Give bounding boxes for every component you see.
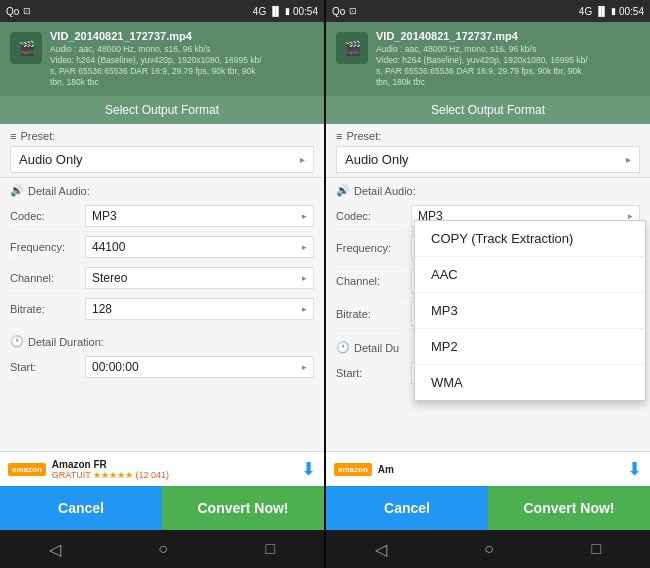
ad-text-left: Amazon FR GRATUIT ★★★★★ (12 041) xyxy=(52,459,295,480)
bottom-buttons-right: Cancel Convert Now! xyxy=(326,486,650,530)
status-time-right: 00:54 xyxy=(619,6,644,17)
start-label-right: Start: xyxy=(336,367,411,379)
detail-duration-header-left: 🕐 Detail Duration: xyxy=(10,335,314,348)
signal-icon-right: ▐▌ xyxy=(595,6,608,16)
bitrate-row-left: Bitrate: 128 ▸ xyxy=(10,294,314,325)
back-icon-left[interactable]: ◁ xyxy=(49,540,61,559)
ad-text-right: Am xyxy=(378,464,621,475)
file-name-right: VID_20140821_172737.mp4 xyxy=(376,30,640,42)
status-right-icons-right: 4G ▐▌ ▮ 00:54 xyxy=(579,6,644,17)
file-meta-right: Audio : aac, 48000 Hz, mono, s16, 96 kb/… xyxy=(376,44,640,88)
status-signal-left: Qo xyxy=(6,6,19,17)
bottom-buttons-left: Cancel Convert Now! xyxy=(0,486,324,530)
frequency-label-left: Frequency: xyxy=(10,241,85,253)
video-icon-left: 🎬 xyxy=(18,40,35,56)
dropdown-item-aac[interactable]: AAC xyxy=(415,257,645,293)
detail-audio-header-right: 🔊 Detail Audio: xyxy=(336,184,640,197)
dropdown-item-mp2[interactable]: MP2 xyxy=(415,329,645,365)
audio-icon-right: 🔊 xyxy=(336,184,350,197)
codec-label-right: Codec: xyxy=(336,210,411,222)
bitrate-label-left: Bitrate: xyxy=(10,303,85,315)
convert-button-left[interactable]: Convert Now! xyxy=(162,486,324,530)
start-row-left: Start: 00:00:00 ▸ xyxy=(10,352,314,383)
file-info-right: VID_20140821_172737.mp4 Audio : aac, 480… xyxy=(376,30,640,88)
nav-bar-right: ◁ ○ □ xyxy=(326,530,650,568)
status-right-icons: 4G ▐▌ ▮ 00:54 xyxy=(253,6,318,17)
file-header-left: 🎬 VID_20140821_172737.mp4 Audio : aac, 4… xyxy=(0,22,324,96)
ad-stars-left: ★★★★★ xyxy=(93,470,133,480)
ad-banner-right[interactable]: amazon Am ⬇ xyxy=(326,451,650,486)
start-value-left: 00:00:00 xyxy=(92,360,139,374)
bitrate-value-left: 128 xyxy=(92,302,112,316)
status-left-icons: Qo ⊡ xyxy=(6,6,31,17)
left-phone: Qo ⊡ 4G ▐▌ ▮ 00:54 🎬 VID_20140821_172737… xyxy=(0,0,324,568)
status-icon-left: ⊡ xyxy=(23,6,31,16)
start-value-row-left[interactable]: 00:00:00 ▸ xyxy=(85,356,314,378)
duration-icon-right: 🕐 xyxy=(336,341,350,354)
frequency-label-right: Frequency: xyxy=(336,242,411,254)
preset-section-right: ≡ Preset: Audio Only ▸ xyxy=(326,124,650,178)
content-left: ≡ Preset: Audio Only ▸ 🔊 Detail Audio: C… xyxy=(0,124,324,451)
status-bar-right: Qo ⊡ 4G ▐▌ ▮ 00:54 xyxy=(326,0,650,22)
status-4g-right: 4G xyxy=(579,6,592,17)
channel-label-left: Channel: xyxy=(10,272,85,284)
codec-value-left: MP3 xyxy=(92,209,117,223)
recent-icon-left[interactable]: □ xyxy=(266,540,276,558)
cancel-button-left[interactable]: Cancel xyxy=(0,486,162,530)
home-icon-right[interactable]: ○ xyxy=(484,540,494,558)
preset-icon-left: ≡ xyxy=(10,130,16,142)
status-time-left: 00:54 xyxy=(293,6,318,17)
dropdown-item-wma[interactable]: WMA xyxy=(415,365,645,400)
codec-label-left: Codec: xyxy=(10,210,85,222)
file-header-right: 🎬 VID_20140821_172737.mp4 Audio : aac, 4… xyxy=(326,22,650,96)
ad-title-right: Am xyxy=(378,464,621,475)
battery-icon-right: ▮ xyxy=(611,6,616,16)
codec-value-row-left[interactable]: MP3 ▸ xyxy=(85,205,314,227)
select-format-btn-right[interactable]: Select Output Format xyxy=(326,96,650,124)
ad-title-left: Amazon FR xyxy=(52,459,295,470)
dropdown-item-copy[interactable]: COPY (Track Extraction) xyxy=(415,221,645,257)
start-label-left: Start: xyxy=(10,361,85,373)
preset-value-row-right[interactable]: Audio Only ▸ xyxy=(336,146,640,173)
dropdown-item-mp3[interactable]: MP3 xyxy=(415,293,645,329)
channel-value-row-left[interactable]: Stereo ▸ xyxy=(85,267,314,289)
video-icon-right: 🎬 xyxy=(344,40,361,56)
select-format-btn-left[interactable]: Select Output Format xyxy=(0,96,324,124)
bitrate-label-right: Bitrate: xyxy=(336,308,411,320)
channel-row-left: Channel: Stereo ▸ xyxy=(10,263,314,294)
ad-banner-left[interactable]: amazon Amazon FR GRATUIT ★★★★★ (12 041) … xyxy=(0,451,324,486)
detail-duration-section-left: 🕐 Detail Duration: Start: 00:00:00 ▸ xyxy=(0,329,324,387)
preset-section-left: ≡ Preset: Audio Only ▸ xyxy=(0,124,324,178)
ad-download-icon-right[interactable]: ⬇ xyxy=(627,458,642,480)
start-arrow-left: ▸ xyxy=(302,362,307,372)
preset-value-right: Audio Only xyxy=(345,152,409,167)
nav-bar-left: ◁ ○ □ xyxy=(0,530,324,568)
file-name-left: VID_20140821_172737.mp4 xyxy=(50,30,314,42)
bitrate-value-row-left[interactable]: 128 ▸ xyxy=(85,298,314,320)
convert-button-right[interactable]: Convert Now! xyxy=(488,486,650,530)
detail-audio-header-left: 🔊 Detail Audio: xyxy=(10,184,314,197)
codec-dropdown-right[interactable]: COPY (Track Extraction) AAC MP3 MP2 WMA xyxy=(414,220,646,401)
duration-icon-left: 🕐 xyxy=(10,335,24,348)
home-icon-left[interactable]: ○ xyxy=(158,540,168,558)
recent-icon-right[interactable]: □ xyxy=(592,540,602,558)
channel-label-right: Channel: xyxy=(336,275,411,287)
cancel-button-right[interactable]: Cancel xyxy=(326,486,488,530)
preset-value-row-left[interactable]: Audio Only ▸ xyxy=(10,146,314,173)
preset-icon-right: ≡ xyxy=(336,130,342,142)
file-icon-right: 🎬 xyxy=(336,32,368,64)
frequency-value-left: 44100 xyxy=(92,240,125,254)
back-icon-right[interactable]: ◁ xyxy=(375,540,387,559)
ad-download-icon-left[interactable]: ⬇ xyxy=(301,458,316,480)
preset-label-left: ≡ Preset: xyxy=(10,130,314,142)
preset-label-right: ≡ Preset: xyxy=(336,130,640,142)
status-signal-right: Qo xyxy=(332,6,345,17)
frequency-value-row-left[interactable]: 44100 ▸ xyxy=(85,236,314,258)
ad-logo-left: amazon xyxy=(8,463,46,476)
channel-arrow-left: ▸ xyxy=(302,273,307,283)
ad-logo-right: amazon xyxy=(334,463,372,476)
preset-arrow-left: ▸ xyxy=(300,154,305,165)
channel-value-left: Stereo xyxy=(92,271,127,285)
status-4g-left: 4G xyxy=(253,6,266,17)
status-icon-right: ⊡ xyxy=(349,6,357,16)
